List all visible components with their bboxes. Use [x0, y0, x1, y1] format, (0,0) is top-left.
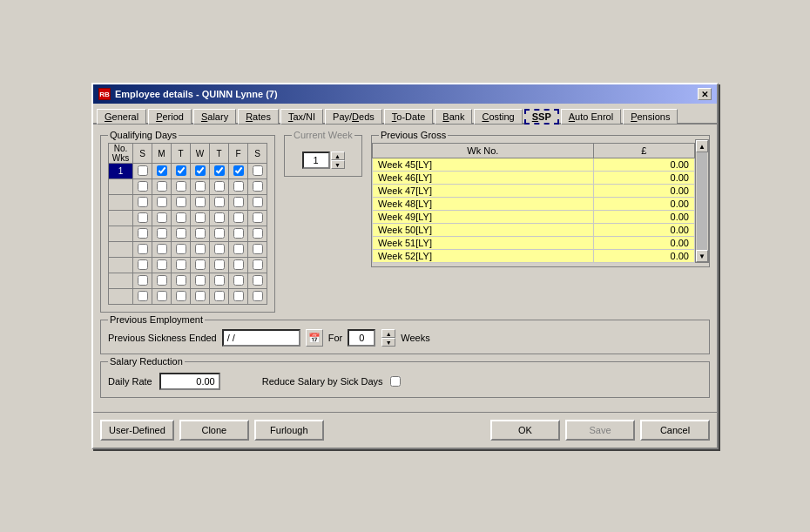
- chk-r7-s2[interactable]: [253, 259, 263, 270]
- chk-r6-m[interactable]: [157, 244, 167, 254]
- chk-r5-s2[interactable]: [253, 228, 263, 239]
- tab-todate[interactable]: To-Date: [384, 109, 434, 125]
- chk-r7-t2[interactable]: [214, 259, 225, 270]
- chk-r8-s2[interactable]: [253, 275, 263, 286]
- user-defined-button[interactable]: User-Defined: [100, 420, 174, 441]
- chk-r9-m[interactable]: [157, 291, 167, 301]
- chk-r7-t[interactable]: [176, 259, 186, 270]
- chk-r8-m[interactable]: [157, 275, 167, 286]
- chk-r3-m[interactable]: [157, 197, 167, 207]
- chk-r2-f[interactable]: [233, 181, 244, 192]
- tab-ssp[interactable]: SSP: [524, 109, 559, 125]
- current-week-down[interactable]: ▼: [331, 160, 345, 169]
- chk-r7-s[interactable]: [138, 259, 148, 270]
- chk-r6-f[interactable]: [233, 244, 244, 254]
- weeks-down-btn[interactable]: ▼: [381, 338, 395, 347]
- chk-r6-t2[interactable]: [214, 244, 225, 254]
- weeks-spinner-input[interactable]: [348, 329, 375, 347]
- tab-bank[interactable]: Bank: [435, 109, 472, 125]
- scroll-down-btn[interactable]: ▼: [696, 250, 708, 262]
- chk-r9-t2[interactable]: [214, 291, 225, 301]
- chk-r7-m[interactable]: [157, 259, 167, 270]
- chk-r8-t2[interactable]: [214, 275, 225, 286]
- chk-r2-t[interactable]: [176, 181, 186, 192]
- chk-row1-tue[interactable]: [176, 165, 186, 176]
- chk-r4-m[interactable]: [157, 212, 167, 223]
- reduce-salary-label: Reduce Salary by Sick Days: [262, 376, 383, 387]
- chk-r4-t2[interactable]: [214, 212, 225, 223]
- chk-r4-t[interactable]: [176, 212, 186, 223]
- chk-r2-s[interactable]: [138, 181, 148, 192]
- chk-r8-f[interactable]: [233, 275, 244, 286]
- clone-button[interactable]: Clone: [179, 420, 249, 441]
- chk-r3-t2[interactable]: [214, 197, 225, 207]
- week-amount: 0.00: [593, 224, 694, 237]
- table-row: 1: [109, 164, 267, 179]
- chk-r9-s[interactable]: [138, 291, 148, 301]
- chk-r9-s2[interactable]: [253, 291, 263, 301]
- chk-row1-sat[interactable]: [253, 165, 263, 176]
- chk-r5-t2[interactable]: [214, 228, 225, 239]
- current-week-up[interactable]: ▲: [331, 152, 345, 160]
- reduce-salary-checkbox[interactable]: [390, 376, 401, 387]
- tab-pensions[interactable]: Pensions: [623, 109, 678, 125]
- tab-general[interactable]: General: [97, 109, 146, 125]
- chk-r3-s2[interactable]: [253, 197, 263, 207]
- chk-row1-fri[interactable]: [233, 165, 244, 176]
- tab-salary[interactable]: Salary: [193, 109, 236, 125]
- tab-paydeds[interactable]: Pay/Deds: [325, 109, 382, 125]
- chk-r4-s[interactable]: [138, 212, 148, 223]
- ok-button[interactable]: OK: [490, 420, 560, 441]
- chk-r5-w[interactable]: [195, 228, 206, 239]
- chk-r5-m[interactable]: [157, 228, 167, 239]
- chk-r4-s2[interactable]: [253, 212, 263, 223]
- chk-r2-m[interactable]: [157, 181, 167, 192]
- chk-row1-sun[interactable]: [138, 165, 148, 176]
- chk-r2-s2[interactable]: [253, 181, 263, 192]
- chk-r3-s[interactable]: [138, 197, 148, 207]
- chk-r6-s[interactable]: [138, 244, 148, 254]
- close-button[interactable]: ✕: [698, 88, 712, 100]
- chk-r9-f[interactable]: [233, 291, 244, 301]
- chk-r3-f[interactable]: [233, 197, 244, 207]
- save-button[interactable]: Save: [565, 420, 635, 441]
- chk-r8-t[interactable]: [176, 275, 186, 286]
- chk-r3-t[interactable]: [176, 197, 186, 207]
- chk-r4-w[interactable]: [195, 212, 206, 223]
- chk-r6-s2[interactable]: [253, 244, 263, 254]
- daily-rate-input[interactable]: [159, 373, 220, 390]
- calendar-button[interactable]: 📅: [306, 329, 323, 347]
- chk-r5-f[interactable]: [233, 228, 244, 239]
- tab-costing[interactable]: Costing: [474, 109, 522, 125]
- chk-row1-wed[interactable]: [195, 165, 206, 176]
- chk-r2-t2[interactable]: [214, 181, 225, 192]
- chk-row1-mon[interactable]: [157, 165, 167, 176]
- chk-r3-w[interactable]: [195, 197, 206, 207]
- chk-r8-s[interactable]: [138, 275, 148, 286]
- chk-r7-f[interactable]: [233, 259, 244, 270]
- furlough-button[interactable]: Furlough: [254, 420, 324, 441]
- tab-taxni[interactable]: Tax/NI: [280, 109, 323, 125]
- chk-r5-s[interactable]: [138, 228, 148, 239]
- tab-period[interactable]: Period: [148, 109, 192, 125]
- chk-r9-w[interactable]: [195, 291, 206, 301]
- chk-r2-w[interactable]: [195, 181, 206, 192]
- chk-r4-f[interactable]: [233, 212, 244, 223]
- current-week-input[interactable]: [302, 152, 330, 169]
- cancel-button[interactable]: Cancel: [640, 420, 710, 441]
- col-f: F: [229, 144, 248, 164]
- chk-r7-w[interactable]: [195, 259, 206, 270]
- sickness-ended-input[interactable]: [222, 329, 300, 347]
- weeks-up-btn[interactable]: ▲: [381, 329, 395, 338]
- chk-r6-t[interactable]: [176, 244, 186, 254]
- chk-r8-w[interactable]: [195, 275, 206, 286]
- prev-gross-scrollbar[interactable]: ▲ ▼: [695, 139, 709, 263]
- left-buttons: User-Defined Clone Furlough: [100, 420, 324, 441]
- tab-autoenrol[interactable]: Auto Enrol: [561, 109, 621, 125]
- chk-row1-thu[interactable]: [214, 165, 225, 176]
- chk-r5-t[interactable]: [176, 228, 186, 239]
- chk-r9-t[interactable]: [176, 291, 186, 301]
- tab-rates[interactable]: Rates: [238, 109, 279, 125]
- chk-r6-w[interactable]: [195, 244, 206, 254]
- scroll-up-btn[interactable]: ▲: [696, 140, 708, 152]
